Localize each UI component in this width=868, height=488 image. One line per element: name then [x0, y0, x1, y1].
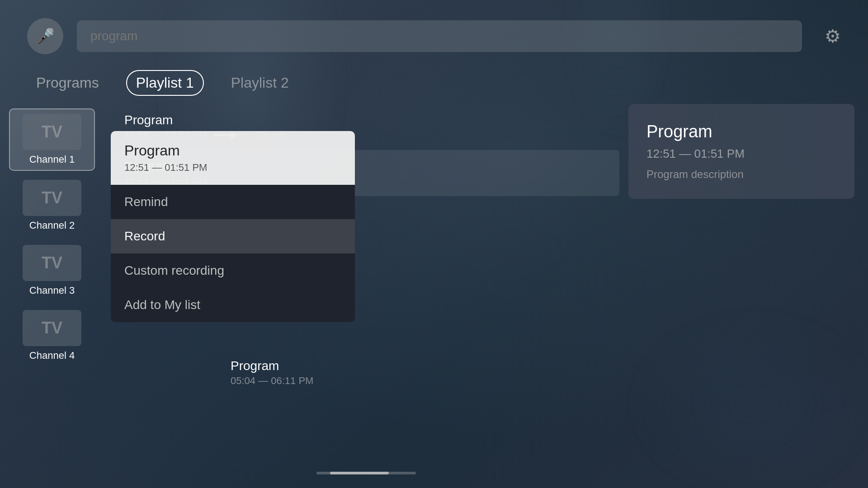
- channel-thumb-1: TV: [23, 114, 81, 150]
- context-menu-items: Remind Record Custom recording Add to My…: [111, 185, 355, 322]
- settings-button[interactable]: ⚙: [825, 26, 841, 47]
- context-menu-custom-recording[interactable]: Custom recording: [111, 253, 355, 288]
- info-card: Program 12:51 — 01:51 PM Program descrip…: [628, 104, 854, 199]
- scroll-fill: [330, 472, 389, 474]
- mic-button[interactable]: 🎤: [27, 18, 63, 54]
- channel-label-3: Channel 3: [29, 285, 75, 296]
- channel-item-3[interactable]: TV Channel 3: [9, 240, 95, 301]
- tab-playlist2[interactable]: Playlist 2: [222, 71, 298, 95]
- info-panel: Program 12:51 — 01:51 PM Program descrip…: [628, 104, 854, 488]
- tab-programs[interactable]: Programs: [27, 71, 108, 95]
- bottom-program[interactable]: Program 05:04 — 06:11 PM: [219, 350, 726, 396]
- settings-icon: ⚙: [825, 26, 841, 46]
- channel-item-1[interactable]: TV Channel 1: [9, 108, 95, 171]
- tv-icon-2: TV: [42, 188, 62, 207]
- context-menu-remind[interactable]: Remind: [111, 185, 355, 219]
- tv-icon-3: TV: [42, 253, 62, 272]
- nav-tabs: Programs Playlist 1 Playlist 2: [27, 70, 298, 96]
- channel-thumb-4: TV: [23, 310, 81, 346]
- tab-playlist1[interactable]: Playlist 1: [126, 70, 204, 96]
- mic-icon: 🎤: [36, 27, 55, 45]
- context-menu-add-to-list[interactable]: Add to My list: [111, 288, 355, 322]
- channel-thumb-2: TV: [23, 180, 81, 216]
- header: 🎤 ⚙: [0, 18, 868, 54]
- tv-icon-4: TV: [42, 319, 62, 338]
- info-card-title: Program: [646, 122, 836, 141]
- context-program-title: Program: [124, 142, 341, 159]
- context-menu-header: Program 12:51 — 01:51 PM: [111, 131, 355, 185]
- channel-item-4[interactable]: TV Channel 4: [9, 305, 95, 366]
- context-menu: Program 12:51 — 01:51 PM Remind Record C…: [111, 131, 355, 322]
- info-card-description: Program description: [646, 168, 836, 181]
- scroll-indicator: [316, 472, 416, 474]
- channel-item-2[interactable]: TV Channel 2: [9, 175, 95, 236]
- context-program-time: 12:51 — 01:51 PM: [124, 162, 341, 174]
- channel-label-2: Channel 2: [29, 220, 75, 231]
- main-content: TV Channel 1 TV Channel 2 TV Channel 3 T…: [0, 104, 868, 488]
- bottom-program-time: 05:04 — 06:11 PM: [231, 375, 714, 387]
- channel-label-4: Channel 4: [29, 350, 75, 361]
- tv-icon-1: TV: [42, 122, 62, 141]
- programs-list: Program 11:58 — 12:51 PM 26 min Program: [104, 104, 628, 488]
- bottom-program-title: Program: [231, 359, 714, 373]
- search-input[interactable]: [77, 20, 802, 52]
- channel-label-1: Channel 1: [29, 154, 75, 165]
- program-title-1: Program: [124, 113, 608, 127]
- channel-thumb-3: TV: [23, 245, 81, 281]
- info-card-time: 12:51 — 01:51 PM: [646, 147, 836, 161]
- context-menu-record[interactable]: Record: [111, 219, 355, 253]
- sidebar: TV Channel 1 TV Channel 2 TV Channel 3 T…: [0, 104, 104, 488]
